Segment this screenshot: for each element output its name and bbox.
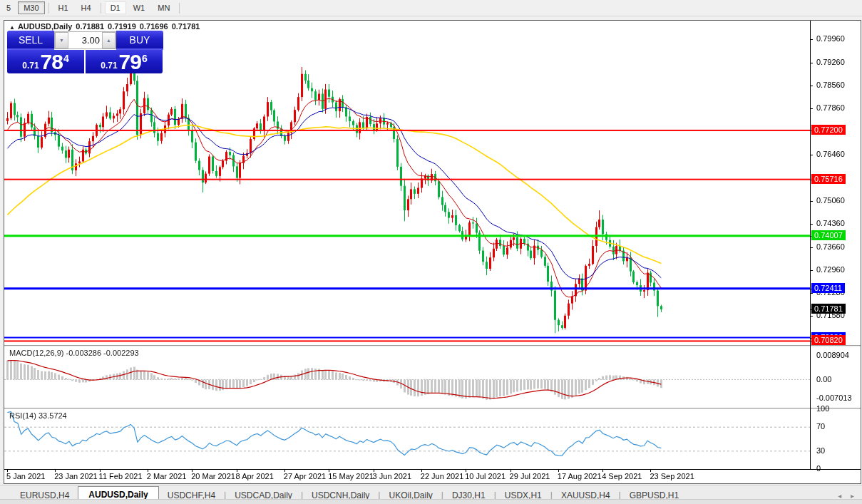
volume-spinner: ▼ ▲ — [54, 31, 116, 49]
timeframe-button-m30[interactable]: M30 — [18, 1, 44, 14]
price-tick-label: 0.75060 — [816, 196, 845, 205]
sell-price-display[interactable]: 0.71 78 4 — [7, 50, 84, 73]
price-tick-label: 0.79960 — [816, 34, 845, 43]
macd-axis-label: 0.008904 — [816, 351, 849, 359]
buy-price-prefix: 0.71 — [101, 61, 117, 71]
price-tick-label: 0.77860 — [816, 103, 845, 112]
rsi-axis-label: 100 — [816, 404, 829, 413]
rsi-indicator-label: RSI(14) 33.5724 — [9, 411, 67, 420]
chart-window: ▲AUDUSD,Daily0.718810.719190.716960.7178… — [4, 20, 861, 484]
date-tick-label: 4 Sep 2021 — [602, 472, 642, 480]
ohlc-open: 0.71881 — [76, 22, 104, 31]
chart-canvas[interactable] — [4, 21, 861, 483]
timeframe-button-5[interactable]: 5 — [1, 1, 16, 14]
ohlc-low: 0.71696 — [140, 22, 168, 31]
price-tick-label: 0.79260 — [816, 58, 845, 66]
timeframe-toolbar: 5M30H1H4D1W1MN — [0, 0, 862, 16]
date-tick-label: 2 Mar 2021 — [147, 472, 187, 480]
date-tick-label: 29 Jul 2021 — [510, 472, 550, 480]
rsi-axis-label: 0 — [816, 464, 821, 473]
date-tick-label: 23 Sep 2021 — [650, 472, 694, 480]
volume-increase-icon[interactable]: ▲ — [102, 32, 116, 48]
date-tick-label: 22 Jun 2021 — [421, 472, 464, 480]
buy-button[interactable]: BUY — [116, 31, 163, 50]
price-tick-label: 0.76460 — [816, 150, 845, 158]
sell-price-prefix: 0.71 — [22, 61, 39, 71]
toolbar-separator — [179, 3, 180, 14]
timeframe-button-w1[interactable]: W1 — [128, 1, 151, 14]
date-tick-label: 17 Aug 2021 — [558, 472, 602, 480]
price-line-badge: 0.71781 — [811, 304, 846, 314]
price-line-badge: 0.75716 — [811, 174, 846, 184]
macd-indicator-label: MACD(12,26,9) -0.003286 -0.002293 — [9, 349, 139, 357]
ohlc-close: 0.71781 — [172, 22, 200, 31]
date-tick-label: 3 Jun 2021 — [373, 472, 411, 480]
timeframe-button-h1[interactable]: H1 — [53, 1, 74, 14]
macd-axis-label: -0.007013 — [816, 394, 852, 402]
date-tick-label: 20 Mar 2021 — [191, 472, 235, 480]
date-tick-label: 5 Jan 2021 — [6, 472, 45, 480]
rsi-axis-label: 30 — [816, 446, 825, 455]
timeframe-button-mn[interactable]: MN — [152, 1, 175, 14]
chart-symbol-period: AUDUSD,Daily — [18, 22, 72, 31]
macd-axis-label: 0.00 — [816, 375, 831, 384]
date-tick-label: 10 Jul 2021 — [465, 472, 506, 480]
price-tick-label: 0.78560 — [816, 81, 845, 89]
one-click-trading-panel: SELL ▼ ▲ BUY 0.71 78 4 0.71 79 6 — [7, 31, 163, 73]
date-tick-label: 15 May 2021 — [328, 472, 374, 480]
volume-decrease-icon[interactable]: ▼ — [55, 32, 68, 48]
buy-price-big: 79 — [119, 51, 141, 73]
date-tick-label: 11 Feb 2021 — [99, 472, 143, 480]
rsi-axis-label: 70 — [816, 422, 825, 431]
buy-price-pip: 6 — [142, 53, 148, 64]
price-line-badge: 0.74007 — [811, 230, 846, 240]
sell-button[interactable]: SELL — [7, 31, 54, 50]
toolbar-separator — [101, 3, 101, 14]
buy-price-display[interactable]: 0.71 79 6 — [86, 50, 163, 73]
timeframe-button-h4[interactable]: H4 — [76, 1, 97, 14]
price-tick-label: 0.72960 — [816, 265, 845, 274]
price-tick-label: 0.73660 — [816, 242, 845, 251]
price-line-badge: 0.77200 — [811, 125, 846, 135]
chart-title: ▲AUDUSD,Daily0.718810.719190.716960.7178… — [9, 22, 200, 31]
toolbar-separator — [48, 3, 49, 14]
sell-price-big: 78 — [41, 51, 63, 73]
window-bottom-strip — [0, 499, 862, 504]
sell-price-pip: 4 — [63, 53, 69, 64]
collapse-subwindow-icon[interactable]: ▲ — [9, 24, 15, 31]
price-line-badge: 0.72411 — [811, 283, 845, 293]
date-tick-label: 27 Apr 2021 — [284, 472, 326, 480]
timeframe-button-d1[interactable]: D1 — [105, 1, 126, 14]
ohlc-high: 0.71919 — [108, 22, 136, 31]
volume-input[interactable] — [68, 32, 102, 48]
price-line-badge: 0.70820 — [811, 335, 846, 345]
date-tick-label: 8 Apr 2021 — [236, 472, 274, 480]
price-tick-label: 0.74360 — [816, 219, 845, 227]
date-tick-label: 23 Jan 2021 — [54, 472, 98, 480]
